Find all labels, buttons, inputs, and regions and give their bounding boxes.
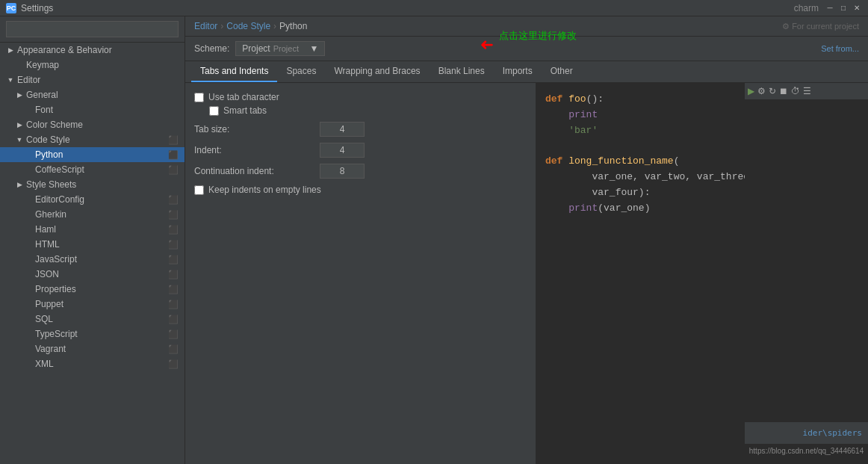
arrow-icon (24, 315, 33, 324)
keep-indents-checkbox[interactable] (194, 185, 204, 195)
panel-path: ider\spiders (748, 425, 865, 441)
sidebar-item-editorconfig[interactable]: EditorConfig ⬛ (0, 192, 185, 207)
copy-icon: ⬛ (168, 195, 179, 205)
toolbar-list-icon: ☰ (803, 86, 811, 96)
search-input[interactable] (6, 21, 179, 37)
arrow-icon (15, 61, 24, 69)
copy-icon: ⬛ (168, 344, 179, 354)
sidebar-item-editor[interactable]: ▼ Editor (0, 72, 185, 87)
copy-icon: ⬛ (168, 330, 179, 339)
annotation-arrow: ➜ (480, 35, 494, 55)
sidebar-item-label: General (26, 90, 58, 100)
breadcrumb-sep2: › (273, 21, 276, 31)
sidebar-item-typescript[interactable]: TypeScript ⬛ (0, 327, 185, 341)
sidebar-item-puppet[interactable]: Puppet ⬛ (0, 297, 185, 312)
settings-panel: Use tab character Smart tabs Tab size: I… (185, 83, 536, 464)
sidebar: ▶ Appearance & Behavior Keymap ▼ Editor … (0, 16, 185, 464)
sidebar-item-label: Haml (35, 224, 56, 235)
tab-imports[interactable]: Imports (494, 61, 542, 82)
tab-size-row: Tab size: (194, 122, 527, 137)
arrow-icon (24, 344, 33, 353)
sidebar-item-style-sheets[interactable]: ▶ Style Sheets (0, 177, 185, 192)
window-title: Settings (21, 3, 53, 13)
sidebar-item-code-style[interactable]: ▼ Code Style ⬛ (0, 132, 185, 147)
sidebar-item-vagrant[interactable]: Vagrant ⬛ (0, 341, 185, 356)
scheme-value: Project (242, 43, 270, 54)
dropdown-arrow-icon: ▼ (309, 43, 318, 54)
tab-size-input[interactable] (320, 122, 365, 137)
arrow-icon: ▼ (6, 75, 15, 84)
sidebar-item-label: XML (35, 359, 54, 369)
tab-spaces[interactable]: Spaces (277, 61, 325, 82)
window-controls: ─ □ ✕ (825, 3, 862, 13)
use-tab-character-row: Use tab character (194, 92, 527, 102)
code-line-5: def long_function_name( (545, 154, 736, 170)
sidebar-item-label: EditorConfig (35, 194, 84, 205)
breadcrumb-editor[interactable]: Editor (194, 21, 217, 31)
tab-tabs-indents[interactable]: Tabs and Indents (191, 61, 277, 82)
sidebar-item-font[interactable]: Font (0, 102, 185, 117)
ide-title: charm (794, 3, 819, 13)
sidebar-item-sql[interactable]: SQL ⬛ (0, 312, 185, 327)
copy-icon: ⬛ (168, 210, 179, 220)
sidebar-item-gherkin[interactable]: Gherkin ⬛ (0, 207, 185, 222)
close-button[interactable]: ✕ (852, 3, 862, 13)
search-box (0, 16, 185, 43)
maximize-button[interactable]: □ (838, 3, 849, 13)
sidebar-item-coffeescript[interactable]: CoffeeScript ⬛ (0, 162, 185, 177)
sidebar-item-python[interactable]: Python ⬛ (0, 147, 185, 162)
code-line-8: print(var_one) (545, 201, 736, 217)
sidebar-item-json[interactable]: JSON ⬛ (0, 267, 185, 282)
app-icon: PC (6, 3, 16, 13)
breadcrumb-code-style[interactable]: Code Style (226, 21, 270, 31)
indent-label: Indent: (194, 145, 314, 155)
scheme-label: Scheme: (194, 43, 229, 54)
copy-icon: ⬛ (168, 315, 179, 324)
tab-other[interactable]: Other (542, 61, 582, 82)
copy-icon: ⬛ (168, 150, 179, 160)
set-from-link[interactable]: Set from... (821, 44, 859, 53)
minimize-button[interactable]: ─ (825, 3, 835, 13)
use-tab-label: Use tab character (208, 92, 279, 102)
arrow-icon: ▶ (15, 180, 24, 189)
tab-blank-lines[interactable]: Blank Lines (430, 61, 494, 82)
use-tab-checkbox[interactable] (194, 93, 204, 102)
arrow-icon: ▼ (15, 135, 24, 144)
breadcrumb-sep1: › (220, 21, 223, 31)
main-container: ▶ Appearance & Behavior Keymap ▼ Editor … (0, 16, 868, 464)
code-line-1: def foo(): (545, 92, 736, 108)
scheme-dropdown[interactable]: Project Project ▼ (235, 41, 325, 56)
toolbar-play-icon: ▶ (748, 86, 754, 96)
copy-icon: ⬛ (168, 135, 179, 145)
for-project-text: ⚙ For current project (782, 22, 859, 31)
sidebar-item-properties[interactable]: Properties ⬛ (0, 282, 185, 297)
code-line-6: var_one, var_two, var_three, (545, 170, 736, 185)
sidebar-item-label: Properties (35, 284, 76, 294)
copy-icon: ⬛ (168, 240, 179, 250)
sidebar-tree: ▶ Appearance & Behavior Keymap ▼ Editor … (0, 43, 185, 464)
continuation-indent-input[interactable] (320, 164, 365, 179)
indent-input[interactable] (320, 143, 365, 158)
sidebar-item-javascript[interactable]: JavaScript ⬛ (0, 252, 185, 267)
scheme-sub: Project (273, 44, 299, 53)
sidebar-item-label: Color Scheme (26, 120, 83, 130)
right-panel-toolbar: ▶ ⚙ ↻ ⏹ ⏱ ☰ (745, 83, 868, 100)
sidebar-item-keymap[interactable]: Keymap (0, 58, 185, 72)
sidebar-item-label: Gherkin (35, 209, 66, 220)
sidebar-item-label: SQL (35, 314, 53, 324)
toolbar-gear-icon: ⚙ (757, 86, 766, 96)
sidebar-item-color-scheme[interactable]: ▶ Color Scheme (0, 117, 185, 132)
tab-wrapping-braces[interactable]: Wrapping and Braces (325, 61, 429, 82)
title-bar-left: PC Settings (6, 3, 53, 13)
sidebar-item-appearance[interactable]: ▶ Appearance & Behavior (0, 43, 185, 58)
sidebar-item-html[interactable]: HTML ⬛ (0, 237, 185, 252)
sidebar-item-label: Python (35, 149, 63, 160)
smart-tabs-checkbox[interactable] (209, 106, 219, 116)
code-line-3: 'bar' (545, 123, 736, 139)
sidebar-item-xml[interactable]: XML ⬛ (0, 356, 185, 371)
arrow-icon (24, 105, 33, 114)
sidebar-item-general[interactable]: ▶ General (0, 87, 185, 102)
toolbar-stop-icon: ⏹ (779, 86, 788, 96)
code-line-7: var_four): (545, 185, 736, 201)
sidebar-item-haml[interactable]: Haml ⬛ (0, 222, 185, 237)
